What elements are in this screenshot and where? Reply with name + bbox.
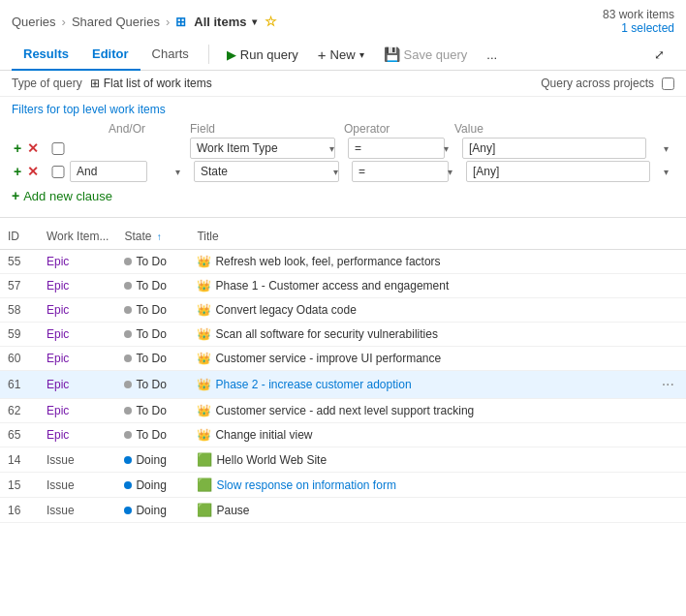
title-text: Change initial view (215, 428, 312, 442)
filter-header-andor: And/Or (70, 122, 186, 136)
filter-row-2-remove[interactable]: ✕ (25, 162, 41, 181)
run-query-button[interactable]: ▶ Run query (217, 42, 308, 68)
item-icon: 🟩 (197, 503, 212, 517)
filter-row-2-andor[interactable]: And Or (70, 161, 186, 182)
filter-row-1-op[interactable]: = != (348, 138, 454, 159)
table-row[interactable]: 57 Epic To Do 👑Phase 1 - Customer access… (0, 274, 686, 298)
table-icon: ⊞ (90, 77, 100, 90)
filter-header: And/Or Field Operator Value (12, 122, 674, 138)
cell-workitem: Epic (39, 399, 116, 423)
crown-icon: 👑 (197, 428, 211, 442)
state-dot (124, 381, 132, 388)
cell-id: 62 (0, 399, 39, 423)
col-header-state[interactable]: State ↑ (116, 224, 189, 250)
tab-editor[interactable]: Editor (80, 39, 140, 71)
table-row[interactable]: 61 Epic To Do 👑Phase 2 - increase custom… (0, 371, 686, 399)
cell-workitem: Epic (39, 298, 116, 323)
breadcrumb-current-label: All items (194, 15, 246, 29)
cell-workitem: Epic (39, 423, 116, 447)
table-row[interactable]: 58 Epic To Do 👑Convert legacy Odata code (0, 298, 686, 323)
table-row[interactable]: 60 Epic To Do 👑Customer service - improv… (0, 347, 686, 371)
title-text: Hello World Web Site (216, 453, 327, 467)
filter-row-2-andor-select[interactable]: And Or (70, 161, 147, 182)
run-icon: ▶ (227, 47, 236, 62)
cell-title: 🟩Pause (189, 498, 649, 523)
new-button[interactable]: + New ▾ (308, 41, 374, 69)
filter-row-1-actions: + ✕ (12, 139, 47, 158)
filter-row-2-op[interactable]: = != (352, 161, 458, 182)
cross-projects-checkbox[interactable] (662, 77, 674, 90)
table-row[interactable]: 14 Issue Doing 🟩Hello World Web Site (0, 447, 686, 473)
filter-row-2-op-select[interactable]: = != (352, 161, 449, 182)
query-type-value[interactable]: ⊞ Flat list of work items (90, 77, 212, 90)
filter-row-2-checkbox[interactable] (50, 166, 66, 178)
title-text: Pause (216, 504, 249, 517)
filter-row-2-field[interactable]: State Work Item Type (194, 161, 344, 182)
filter-row-1-val-select[interactable]: [Any] (462, 138, 646, 159)
filter-row-2-val-select[interactable]: [Any] (466, 161, 650, 182)
cell-id: 58 (0, 298, 39, 323)
cell-state: To Do (116, 347, 189, 371)
state-dot (124, 354, 132, 362)
title-text: Phase 1 - Customer access and engagement (215, 279, 449, 293)
title-link[interactable]: Slow response on information form (216, 478, 395, 492)
filter-header-value: Value (454, 122, 674, 136)
filter-header-field: Field (190, 122, 340, 136)
query-type-bar: Type of query ⊞ Flat list of work items … (0, 71, 686, 97)
tab-charts[interactable]: Charts (140, 39, 201, 71)
row-actions-empty (650, 250, 686, 274)
table-row[interactable]: 65 Epic To Do 👑Change initial view (0, 423, 686, 447)
filter-row-2-field-select[interactable]: State Work Item Type (194, 161, 339, 182)
row-actions[interactable]: ··· (650, 371, 686, 399)
table-row[interactable]: 15 Issue Doing 🟩Slow response on informa… (0, 473, 686, 498)
chevron-down-icon[interactable]: ▾ (252, 16, 257, 27)
title-text: Customer service - add next level suppor… (215, 404, 474, 417)
cell-workitem: Epic (39, 371, 116, 399)
item-icon: 🟩 (197, 477, 212, 492)
cell-title: 👑Change initial view (189, 423, 649, 447)
col-header-id[interactable]: ID (0, 224, 39, 250)
title-link[interactable]: Phase 2 - increase customer adoption (215, 378, 411, 391)
filter-row-1-remove[interactable]: ✕ (25, 139, 41, 158)
breadcrumb-current: ⊞ All items ▾ ☆ (175, 14, 277, 29)
title-text: Customer service - improve UI performanc… (215, 352, 441, 365)
save-icon: 💾 (384, 46, 400, 62)
save-query-button[interactable]: 💾 Save query (374, 41, 478, 68)
table-row[interactable]: 16 Issue Doing 🟩Pause (0, 498, 686, 523)
star-icon[interactable]: ☆ (265, 14, 277, 29)
cell-title: 👑Scan all software for security vulnerab… (189, 323, 649, 347)
cell-id: 55 (0, 250, 39, 274)
table-row[interactable]: 55 Epic To Do 👑Refresh web look, feel, p… (0, 250, 686, 274)
cell-id: 61 (0, 371, 39, 399)
tab-results[interactable]: Results (12, 39, 80, 71)
filter-row-2-val[interactable]: [Any] (466, 161, 674, 182)
more-icon[interactable]: ··· (658, 376, 678, 392)
filter-row-2-actions: + ✕ (12, 162, 47, 181)
breadcrumb-sep-2: › (166, 15, 170, 29)
state-dot (124, 282, 132, 290)
item-icon: 🟩 (197, 452, 212, 467)
filter-row-1-field[interactable]: Work Item Type State (190, 138, 340, 159)
filter-row-2-add[interactable]: + (12, 162, 23, 181)
breadcrumb-queries[interactable]: Queries (12, 15, 56, 29)
cell-id: 14 (0, 447, 39, 473)
filter-row-1-val[interactable]: [Any] (462, 138, 674, 159)
expand-button[interactable]: ⤢ (644, 42, 674, 68)
crown-icon: 👑 (197, 352, 211, 365)
filter-row-1-op-select[interactable]: = != (348, 138, 445, 159)
row-actions-empty (650, 323, 686, 347)
filter-row-1-field-select[interactable]: Work Item Type State (190, 138, 335, 159)
crown-icon: 👑 (197, 327, 211, 341)
breadcrumb-shared-queries[interactable]: Shared Queries (72, 15, 160, 29)
filter-row-1-add[interactable]: + (12, 139, 23, 158)
cell-title: 🟩Slow response on information form (189, 473, 649, 498)
table-row[interactable]: 62 Epic To Do 👑Customer service - add ne… (0, 399, 686, 423)
row-actions-empty (650, 298, 686, 323)
add-clause[interactable]: + Add new clause (12, 184, 674, 207)
col-header-workitem[interactable]: Work Item... (39, 224, 116, 250)
filter-row-1-checkbox[interactable] (50, 142, 66, 155)
table-row[interactable]: 59 Epic To Do 👑Scan all software for sec… (0, 323, 686, 347)
col-header-title[interactable]: Title (189, 224, 649, 250)
cell-state: To Do (116, 399, 189, 423)
more-button[interactable]: ... (477, 42, 507, 68)
